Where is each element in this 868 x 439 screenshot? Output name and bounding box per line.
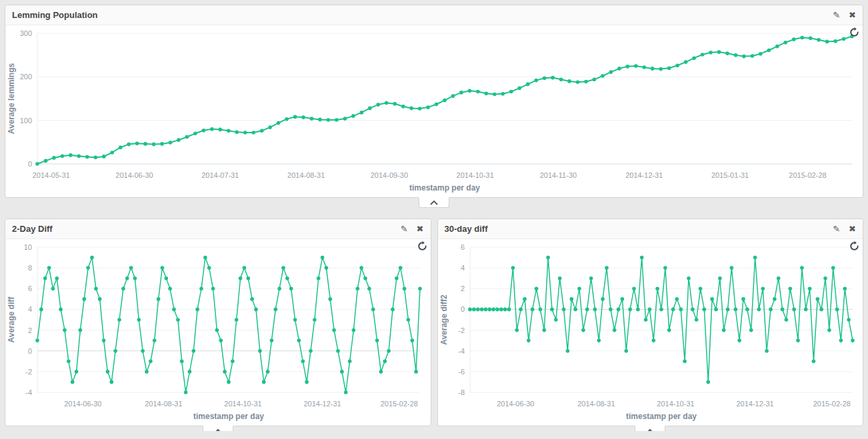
svg-text:2014-09-30: 2014-09-30 <box>371 171 408 179</box>
svg-text:2014-10-31: 2014-10-31 <box>224 400 261 408</box>
svg-text:2014-07-31: 2014-07-31 <box>201 171 239 179</box>
close-icon[interactable]: ✖ <box>849 11 856 20</box>
svg-text:2014-06-30: 2014-06-30 <box>497 400 534 408</box>
panel-actions: ✎ ✖ <box>833 224 856 234</box>
svg-text:200: 200 <box>20 73 32 81</box>
chart-area: -4-202468102014-06-302014-08-312014-10-3… <box>5 239 431 426</box>
svg-text:100: 100 <box>20 117 32 125</box>
chart-area: 01002003002014-05-312014-06-302014-07-31… <box>5 25 863 197</box>
svg-text:timestamp per day: timestamp per day <box>625 412 696 421</box>
svg-text:6: 6 <box>28 284 32 292</box>
svg-text:2015-02-28: 2015-02-28 <box>381 400 418 408</box>
panel-lemming-population: Lemming Population ✎ ✖ 01002003002014-05… <box>5 5 863 198</box>
collapse-toggle[interactable] <box>203 426 233 431</box>
svg-text:10: 10 <box>24 243 32 251</box>
svg-text:2015-02-28: 2015-02-28 <box>789 171 826 179</box>
collapse-toggle[interactable] <box>419 197 449 208</box>
refresh-icon[interactable] <box>849 27 859 37</box>
edit-icon[interactable]: ✎ <box>401 224 408 234</box>
two-day-diff-chart[interactable]: -4-202468102014-06-302014-08-312014-10-3… <box>5 239 431 426</box>
svg-text:0: 0 <box>460 305 464 313</box>
svg-text:2014-06-30: 2014-06-30 <box>64 400 101 408</box>
svg-text:2015-02-28: 2015-02-28 <box>813 400 850 408</box>
refresh-icon[interactable] <box>849 241 859 251</box>
svg-text:2014-10-31: 2014-10-31 <box>457 171 494 179</box>
panel-title: 30-day diff <box>445 224 488 234</box>
edit-icon[interactable]: ✎ <box>833 11 840 20</box>
lemming-population-chart[interactable]: 01002003002014-05-312014-06-302014-07-31… <box>5 25 863 197</box>
svg-text:2014-08-31: 2014-08-31 <box>287 171 325 179</box>
panel-row: 2-Day Diff ✎ ✖ -4-202468102014-06-302014… <box>5 219 863 426</box>
svg-text:2015-01-31: 2015-01-31 <box>711 171 749 179</box>
svg-text:4: 4 <box>460 264 464 272</box>
panel-actions: ✎ ✖ <box>833 11 856 20</box>
panel-30-day-diff: 30-day diff ✎ ✖ -8-6-4-202462014-06-3020… <box>437 219 864 426</box>
svg-text:6: 6 <box>460 243 464 251</box>
svg-text:Average diff2: Average diff2 <box>439 294 449 345</box>
svg-text:-2: -2 <box>458 326 465 334</box>
close-icon[interactable]: ✖ <box>849 224 856 234</box>
panel-header: 2-Day Diff ✎ ✖ <box>5 219 431 239</box>
refresh-icon[interactable] <box>417 241 427 251</box>
dashboard: Lemming Population ✎ ✖ 01002003002014-05… <box>0 0 868 431</box>
svg-text:4: 4 <box>28 305 32 313</box>
svg-text:-4: -4 <box>458 347 465 355</box>
panel-2-day-diff: 2-Day Diff ✎ ✖ -4-202468102014-06-302014… <box>5 219 431 426</box>
collapse-toggle[interactable] <box>635 426 665 431</box>
svg-text:Average lemmings: Average lemmings <box>7 63 16 135</box>
chevron-up-icon <box>214 429 222 432</box>
svg-text:timestamp per day: timestamp per day <box>409 183 480 193</box>
svg-text:-2: -2 <box>25 368 32 376</box>
svg-text:2014-12-31: 2014-12-31 <box>303 400 341 408</box>
svg-text:8: 8 <box>28 264 32 272</box>
chevron-up-icon <box>646 429 654 432</box>
svg-text:2014-11-30: 2014-11-30 <box>540 171 577 179</box>
thirty-day-diff-chart[interactable]: -8-6-4-202462014-06-302014-08-312014-10-… <box>438 239 863 426</box>
svg-text:2014-10-31: 2014-10-31 <box>657 400 694 408</box>
panel-title: Lemming Population <box>12 10 98 21</box>
svg-text:-4: -4 <box>25 388 32 396</box>
svg-text:2: 2 <box>28 326 32 334</box>
svg-text:Average diff: Average diff <box>7 296 16 343</box>
close-icon[interactable]: ✖ <box>417 224 424 234</box>
chevron-up-icon <box>430 201 438 205</box>
svg-text:2014-12-31: 2014-12-31 <box>625 171 663 179</box>
svg-text:2014-05-31: 2014-05-31 <box>33 171 70 179</box>
svg-text:2014-06-30: 2014-06-30 <box>115 171 153 179</box>
svg-text:300: 300 <box>20 29 32 37</box>
panel-header: 30-day diff ✎ ✖ <box>438 219 863 239</box>
svg-text:-6: -6 <box>458 368 465 376</box>
svg-text:-8: -8 <box>458 388 465 396</box>
svg-text:2014-08-31: 2014-08-31 <box>577 400 615 408</box>
edit-icon[interactable]: ✎ <box>833 224 840 234</box>
svg-text:2014-08-31: 2014-08-31 <box>145 400 182 408</box>
svg-text:0: 0 <box>28 347 32 355</box>
svg-text:2: 2 <box>460 284 464 292</box>
panel-actions: ✎ ✖ <box>401 224 424 234</box>
svg-text:2014-12-31: 2014-12-31 <box>736 400 773 408</box>
svg-text:0: 0 <box>28 160 32 168</box>
panel-header: Lemming Population ✎ ✖ <box>5 5 863 25</box>
svg-text:timestamp per day: timestamp per day <box>193 412 264 421</box>
chart-area: -8-6-4-202462014-06-302014-08-312014-10-… <box>438 239 863 426</box>
panel-title: 2-Day Diff <box>12 224 53 234</box>
